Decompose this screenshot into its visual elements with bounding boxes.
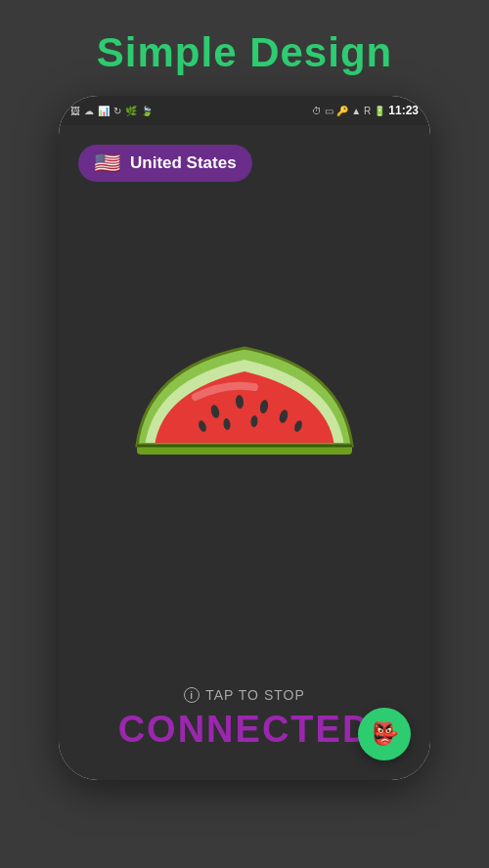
country-name: United States [130,153,237,173]
status-icon-1: 🖼 [70,106,80,116]
watermelon-image [117,309,372,504]
battery2-icon: 🔋 [374,106,385,116]
info-icon: i [184,687,200,703]
network-r-icon: R [364,106,371,116]
phone-frame: 🖼 ☁ 📊 ↻ 🌿 🍃 ⏱ ▭ 🔑 ▲ R 🔋 11:23 🇺🇸 United … [59,96,430,780]
status-icon-5: 🌿 [125,106,137,116]
tap-to-stop-label: TAP TO STOP [205,687,305,703]
page-title: Simple Design [97,29,392,76]
status-icon-6: 🍃 [141,106,153,116]
alarm-icon: ⏱ [312,106,322,116]
watermelon-area[interactable] [59,125,430,687]
country-flag: 🇺🇸 [94,152,120,174]
battery-icon: ▭ [325,106,333,116]
phone-content: 🇺🇸 United States [59,125,430,780]
status-bar: 🖼 ☁ 📊 ↻ 🌿 🍃 ⏱ ▭ 🔑 ▲ R 🔋 11:23 [59,96,430,125]
status-icon-3: 📊 [98,106,110,116]
status-icons-left: 🖼 ☁ 📊 ↻ 🌿 🍃 [70,106,153,116]
fab-icon: 👺 [372,721,398,747]
key-icon: 🔑 [336,106,348,116]
tap-to-stop-row[interactable]: i TAP TO STOP [184,687,305,703]
connected-label: CONNECTED [118,709,372,751]
status-icon-4: ↻ [113,106,121,116]
status-icons-right: ⏱ ▭ 🔑 ▲ R 🔋 11:23 [312,104,419,117]
signal-icon: ▲ [351,106,361,116]
fab-button[interactable]: 👺 [358,708,411,760]
country-badge[interactable]: 🇺🇸 United States [78,145,252,182]
status-time: 11:23 [388,104,419,117]
status-icon-2: ☁ [84,106,94,116]
